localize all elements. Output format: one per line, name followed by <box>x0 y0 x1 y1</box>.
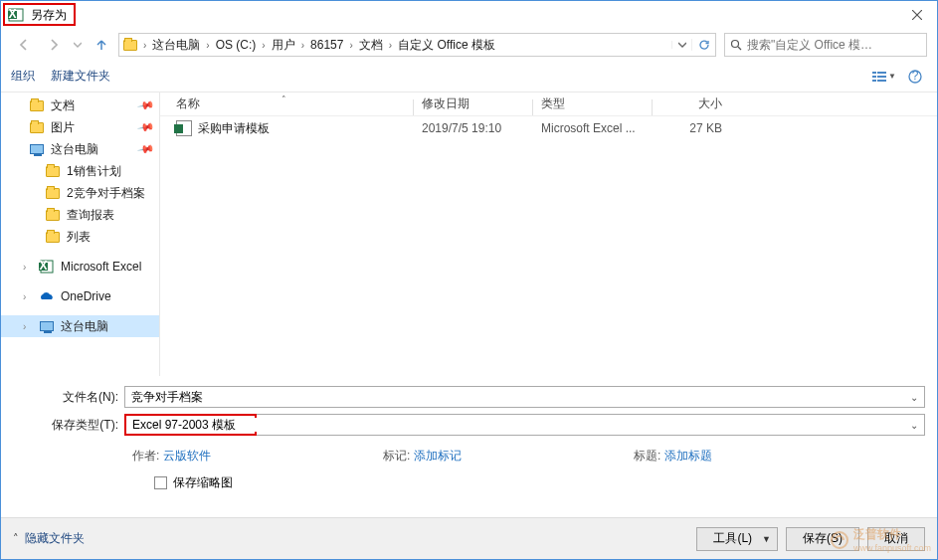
hide-folders-label: 隐藏文件夹 <box>25 530 85 547</box>
window-title: 另存为 <box>31 7 67 24</box>
folder-icon <box>45 207 61 223</box>
svg-rect-8 <box>877 72 886 74</box>
tags-value[interactable]: 添加标记 <box>414 448 462 465</box>
organize-menu[interactable]: 组织 <box>11 68 35 85</box>
excel-icon: X <box>39 259 55 275</box>
titlemeta-label: 标题: <box>634 448 660 465</box>
sidebar-item-label: 1销售计划 <box>67 163 121 180</box>
save-thumbnail-checkbox[interactable] <box>154 476 167 489</box>
help-button[interactable]: ? <box>903 66 927 88</box>
refresh-button[interactable] <box>691 39 715 51</box>
column-name[interactable]: 名称˄ <box>160 95 414 112</box>
monitor-icon <box>39 318 55 334</box>
view-options-button[interactable]: ▼ <box>867 66 901 88</box>
hide-folders-toggle[interactable]: ˄隐藏文件夹 <box>13 530 85 547</box>
tools-button[interactable]: 工具(L)▼ <box>696 527 778 551</box>
chevron-down-icon[interactable]: ⌄ <box>906 392 922 403</box>
filename-combo[interactable]: ⌄ <box>124 386 925 408</box>
chevron-right-icon: › <box>23 262 33 273</box>
column-name-label: 名称 <box>176 96 200 110</box>
sidebar-item-this-pc-quick[interactable]: 这台电脑📌 <box>1 138 159 160</box>
back-button[interactable] <box>11 33 37 57</box>
crumb-documents[interactable]: 文档 <box>355 37 387 54</box>
search-input[interactable] <box>747 34 926 56</box>
excel-app-icon: X <box>7 6 25 24</box>
column-headers[interactable]: 名称˄ 修改日期 类型 大小 <box>160 93 937 116</box>
excel-file-icon <box>176 120 192 136</box>
title-bar: X 另存为 <box>1 1 937 29</box>
address-bar[interactable]: › 这台电脑 › OS (C:) › 用户 › 86157 › 文档 › 自定义… <box>118 33 716 57</box>
sidebar-item-documents[interactable]: 文档📌 <box>1 94 159 116</box>
sidebar-item-label: OneDrive <box>61 289 111 303</box>
author-value[interactable]: 云版软件 <box>163 448 211 465</box>
titlemeta-value[interactable]: 添加标题 <box>664 448 712 465</box>
save-thumbnail-label: 保存缩略图 <box>173 474 233 491</box>
sidebar-item-label: Microsoft Excel <box>61 260 141 274</box>
crumb-this-pc[interactable]: 这台电脑 <box>148 37 204 54</box>
recent-dropdown[interactable] <box>71 33 85 57</box>
close-button[interactable] <box>897 1 937 29</box>
chevron-down-icon[interactable]: ⌄ <box>906 420 922 431</box>
crumb-drive[interactable]: OS (C:) <box>212 38 261 52</box>
metadata-row: 作者:云版软件 标记:添加标记 标题:添加标题 <box>13 442 925 470</box>
sidebar-root-this-pc[interactable]: ›这台电脑 <box>1 315 159 337</box>
chevron-right-icon: › <box>23 321 33 332</box>
folder-icon <box>45 185 61 201</box>
breadcrumb-path[interactable]: › 这台电脑 › OS (C:) › 用户 › 86157 › 文档 › 自定义… <box>141 37 671 54</box>
sidebar-root-onedrive[interactable]: ›OneDrive <box>1 285 159 307</box>
address-bar-row: › 这台电脑 › OS (C:) › 用户 › 86157 › 文档 › 自定义… <box>1 29 937 61</box>
sidebar-item-pictures[interactable]: 图片📌 <box>1 116 159 138</box>
chevron-right-icon: › <box>141 40 148 51</box>
sidebar-item-label: 2竞争对手档案 <box>67 185 145 202</box>
column-type[interactable]: 类型 <box>533 95 653 112</box>
sidebar-item-label: 查询报表 <box>67 207 114 224</box>
svg-rect-11 <box>872 80 876 82</box>
crumb-users[interactable]: 用户 <box>268 37 299 54</box>
tools-label: 工具(L) <box>713 530 752 547</box>
cancel-button[interactable]: 取消 <box>867 527 925 551</box>
sidebar-item-query-report[interactable]: 查询报表 <box>1 204 159 226</box>
footer-bar: ˄隐藏文件夹 工具(L)▼ 保存(S) 取消 <box>1 517 937 559</box>
save-button[interactable]: 保存(S) <box>786 527 859 551</box>
svg-text:X: X <box>39 259 47 273</box>
crumb-custom-templates[interactable]: 自定义 Office 模板 <box>394 37 499 54</box>
up-button[interactable] <box>89 33 114 57</box>
chevron-right-icon: › <box>23 291 33 302</box>
column-date[interactable]: 修改日期 <box>414 95 533 112</box>
chevron-up-icon: ˄ <box>13 532 19 545</box>
toolbar: 组织 新建文件夹 ▼ ? <box>1 61 937 93</box>
sidebar-item-competitor[interactable]: 2竞争对手档案 <box>1 182 159 204</box>
filename-input[interactable] <box>131 390 906 404</box>
file-row[interactable]: 采购申请模板 2019/7/5 19:10 Microsoft Excel ..… <box>160 116 937 140</box>
folder-icon <box>45 229 61 245</box>
folder-icon <box>119 40 141 51</box>
crumb-user[interactable]: 86157 <box>306 38 347 52</box>
content-area: 文档📌 图片📌 这台电脑📌 1销售计划 2竞争对手档案 查询报表 列表 ›XMi… <box>1 93 937 376</box>
sidebar-root-excel[interactable]: ›XMicrosoft Excel <box>1 256 159 278</box>
sidebar-item-list[interactable]: 列表 <box>1 226 159 248</box>
pin-icon: 📌 <box>137 118 156 137</box>
svg-point-5 <box>732 41 739 48</box>
save-form: 文件名(N): ⌄ 保存类型(T): ⌄ 作者:云版软件 标记:添加标记 标题:… <box>1 376 937 499</box>
file-type-cell: Microsoft Excel ... <box>533 121 653 135</box>
folder-icon <box>45 163 61 179</box>
column-size[interactable]: 大小 <box>653 95 732 112</box>
author-label: 作者: <box>132 448 159 465</box>
new-folder-button[interactable]: 新建文件夹 <box>51 68 110 85</box>
address-history-dropdown[interactable] <box>671 41 691 49</box>
folder-icon <box>29 119 45 135</box>
svg-rect-12 <box>877 80 886 82</box>
filetype-combo-highlighted[interactable] <box>124 414 257 436</box>
filetype-combo-rest[interactable]: ⌄ <box>257 414 925 436</box>
forward-button[interactable] <box>41 33 67 57</box>
filename-row: 文件名(N): ⌄ <box>13 386 925 408</box>
filetype-label: 保存类型(T): <box>13 417 124 434</box>
file-name-cell: 采购申请模板 <box>160 120 414 137</box>
sidebar-item-label: 文档 <box>51 97 75 114</box>
search-box[interactable] <box>724 33 927 57</box>
navigation-pane[interactable]: 文档📌 图片📌 这台电脑📌 1销售计划 2竞争对手档案 查询报表 列表 ›XMi… <box>1 93 160 376</box>
svg-rect-9 <box>872 76 876 78</box>
search-icon <box>725 39 747 51</box>
sidebar-item-label: 图片 <box>51 119 75 136</box>
sidebar-item-sales-plan[interactable]: 1销售计划 <box>1 160 159 182</box>
